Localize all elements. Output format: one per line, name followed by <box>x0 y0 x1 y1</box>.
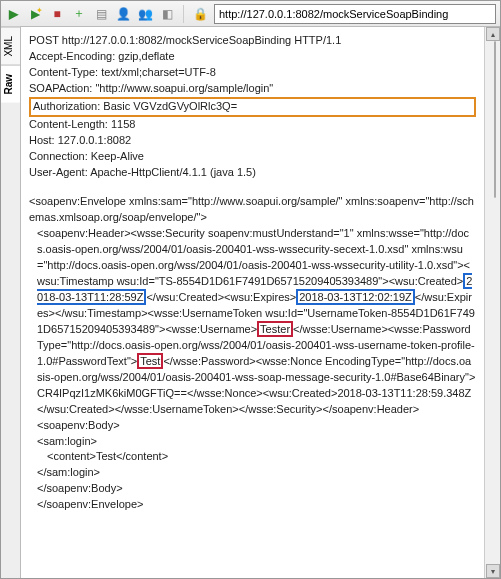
header-content-type: Content-Type: text/xml;charset=UTF-8 <box>29 65 476 81</box>
scroll-thumb[interactable] <box>494 41 496 198</box>
tab-xml[interactable]: XML <box>1 27 20 65</box>
scroll-down-icon[interactable]: ▾ <box>486 564 500 578</box>
url-field[interactable]: http://127.0.0.1:8082/mockServiceSoapBin… <box>214 4 496 24</box>
authorization-highlight: Authorization: Basic VGVzdGVyOlRlc3Q= <box>29 97 476 117</box>
cube-icon[interactable]: ◧ <box>159 6 175 22</box>
login-open: <sam:login> <box>29 434 476 450</box>
security-block: <soapenv:Header><wsse:Security soapenv:m… <box>29 226 476 417</box>
run-icon[interactable]: ▶ <box>5 6 21 22</box>
lock-icon[interactable]: 🔒 <box>192 6 208 22</box>
stop-icon[interactable]: ■ <box>49 6 65 22</box>
header-user-agent: User-Agent: Apache-HttpClient/4.1.1 (jav… <box>29 165 476 181</box>
people-icon[interactable]: 👥 <box>137 6 153 22</box>
vertical-scrollbar[interactable]: ▴ ▾ <box>484 27 500 578</box>
envelope-close: </soapenv:Envelope> <box>29 497 476 513</box>
doc-icon[interactable]: ▤ <box>93 6 109 22</box>
soap-body: <soapenv:Envelope xmlns:sam="http://www.… <box>29 194 476 513</box>
separator <box>183 5 184 23</box>
add-icon[interactable]: ＋ <box>71 6 87 22</box>
header-connection: Connection: Keep-Alive <box>29 149 476 165</box>
person-icon[interactable]: 👤 <box>115 6 131 22</box>
raw-content[interactable]: POST http://127.0.0.1:8082/mockServiceSo… <box>21 27 484 578</box>
scroll-up-icon[interactable]: ▴ <box>486 27 500 41</box>
http-headers: POST http://127.0.0.1:8082/mockServiceSo… <box>29 33 476 180</box>
header-host: Host: 127.0.0.1:8082 <box>29 133 476 149</box>
toolbar: ▶ ▶✦ ■ ＋ ▤ 👤 👥 ◧ 🔒 http://127.0.0.1:8082… <box>1 1 500 27</box>
url-value: http://127.0.0.1:8082/mockServiceSoapBin… <box>219 8 448 20</box>
username-highlight: Tester <box>257 321 293 337</box>
header-soapaction: SOAPAction: "http://www.soapui.org/sampl… <box>29 81 476 97</box>
login-content: <content>Test</content> <box>29 449 476 465</box>
login-close: </sam:login> <box>29 465 476 481</box>
run-new-icon[interactable]: ▶✦ <box>27 6 43 22</box>
header-accept-encoding: Accept-Encoding: gzip,deflate <box>29 49 476 65</box>
side-tabs: XML Raw <box>1 27 21 578</box>
request-line: POST http://127.0.0.1:8082/mockServiceSo… <box>29 33 476 49</box>
main-area: XML Raw POST http://127.0.0.1:8082/mockS… <box>1 27 500 578</box>
header-authorization: Authorization: Basic VGVzdGVyOlRlc3Q= <box>29 97 476 117</box>
ts-expires-highlight: 2018-03-13T12:02:19Z <box>296 289 415 305</box>
password-highlight: Test <box>137 353 163 369</box>
tab-raw[interactable]: Raw <box>1 65 20 103</box>
body-open: <soapenv:Body> <box>29 418 476 434</box>
body-close: </soapenv:Body> <box>29 481 476 497</box>
header-content-length: Content-Length: 1158 <box>29 117 476 133</box>
envelope-open: <soapenv:Envelope xmlns:sam="http://www.… <box>29 195 474 223</box>
